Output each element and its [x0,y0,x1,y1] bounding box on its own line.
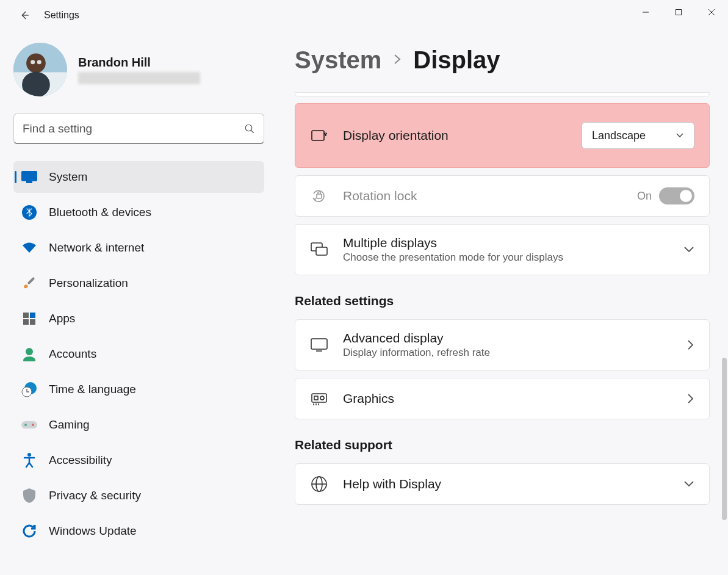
breadcrumb-parent[interactable]: System [295,46,381,74]
svg-rect-31 [316,247,327,255]
apps-icon [21,310,38,327]
card-title: Multiple displays [343,236,669,250]
navigate-chevron[interactable] [687,393,694,404]
svg-rect-19 [30,319,35,325]
sidebar-item-label: Accessibility [49,454,112,467]
svg-rect-17 [30,313,35,318]
rotation-lock-toggle[interactable] [659,187,694,204]
profile-block[interactable]: Brandon Hill [13,43,264,96]
scrollbar-thumb[interactable] [722,358,727,520]
sidebar-item-gaming[interactable]: Gaming [13,409,264,441]
minimize-button[interactable] [629,0,662,24]
svg-point-20 [26,348,33,355]
previous-card-edge [295,92,710,97]
sidebar-item-update[interactable]: Windows Update [13,515,264,547]
close-button[interactable] [695,0,728,24]
help-display-card[interactable]: Help with Display [295,463,710,505]
gamepad-icon [21,416,38,433]
expand-chevron[interactable] [683,246,694,253]
sidebar-item-label: Network & internet [49,241,144,255]
sidebar-item-label: System [49,170,87,184]
sidebar-item-accessibility[interactable]: Accessibility [13,444,264,476]
globe-icon [310,475,328,493]
sidebar-item-time[interactable]: Time & language [13,374,264,405]
svg-rect-15 [27,277,35,285]
display-orientation-card[interactable]: Display orientation Landscape [295,103,710,168]
back-arrow-icon [19,10,30,21]
svg-rect-29 [317,194,322,198]
svg-line-11 [251,130,254,133]
window-controls [629,0,728,24]
svg-point-36 [320,396,324,400]
graphics-icon [310,389,328,408]
sidebar-item-label: Bluetooth & devices [49,206,151,219]
sidebar-item-bluetooth[interactable]: Bluetooth & devices [13,197,264,228]
close-icon [708,9,715,16]
sidebar-item-label: Gaming [49,418,90,432]
svg-point-10 [245,125,252,131]
chevron-right-icon [687,393,694,404]
sidebar-item-label: Accounts [49,347,96,361]
back-button[interactable] [12,3,37,27]
svg-rect-1 [676,10,682,15]
sidebar-item-accounts[interactable]: Accounts [13,338,264,370]
svg-rect-12 [21,171,37,181]
svg-rect-24 [21,421,37,429]
svg-point-6 [26,54,46,73]
chevron-down-icon [683,246,694,253]
sidebar-item-label: Personalization [49,277,128,290]
svg-point-21 [23,356,35,361]
window-title: Settings [44,10,79,21]
dropdown-value: Landscape [592,129,646,142]
card-title: Rotation lock [343,189,622,203]
profile-name: Brandon Hill [78,56,200,70]
sidebar-item-apps[interactable]: Apps [13,303,264,335]
graphics-card[interactable]: Graphics [295,378,710,419]
scrollbar[interactable] [722,95,727,573]
orientation-dropdown[interactable]: Landscape [582,122,694,149]
breadcrumb-chevron-icon [392,51,402,70]
chevron-down-icon [676,132,684,139]
toggle-state: On [637,190,652,203]
search-box[interactable] [13,114,264,144]
svg-rect-35 [314,396,318,400]
bluetooth-icon [21,204,38,221]
svg-rect-32 [311,339,327,349]
sidebar-item-personalization[interactable]: Personalization [13,267,264,299]
card-title: Graphics [343,391,672,406]
svg-point-26 [32,424,34,426]
svg-rect-16 [23,313,29,318]
related-settings-heading: Related settings [295,294,710,308]
maximize-icon [675,9,682,16]
brush-icon [21,275,38,292]
multiple-displays-card[interactable]: Multiple displays Choose the presentatio… [295,224,710,275]
orientation-icon [310,126,328,145]
card-title: Advanced display [343,331,672,345]
chevron-down-icon [683,480,694,488]
titlebar: Settings [0,0,728,31]
svg-rect-18 [23,319,29,325]
sidebar-item-privacy[interactable]: Privacy & security [13,480,264,512]
svg-rect-13 [26,181,32,183]
svg-point-9 [37,60,41,64]
multiple-displays-icon [310,240,328,259]
card-subtitle: Display information, refresh rate [343,347,672,359]
sidebar-item-label: Windows Update [49,524,137,538]
clock-globe-icon [21,381,38,398]
sidebar-item-label: Apps [49,312,75,325]
chevron-right-icon [687,339,694,350]
svg-point-7 [22,72,50,96]
advanced-display-card[interactable]: Advanced display Display information, re… [295,319,710,371]
expand-chevron[interactable] [683,480,694,488]
search-input[interactable] [23,122,244,136]
system-icon [21,168,38,186]
update-icon [21,523,38,540]
sidebar-item-network[interactable]: Network & internet [13,232,264,264]
sidebar-item-system[interactable]: System [13,161,264,193]
svg-point-25 [24,424,27,426]
accounts-icon [21,345,38,363]
svg-point-27 [27,453,31,457]
maximize-button[interactable] [662,0,695,24]
navigate-chevron[interactable] [687,339,694,350]
rotation-lock-card: Rotation lock On [295,175,710,217]
